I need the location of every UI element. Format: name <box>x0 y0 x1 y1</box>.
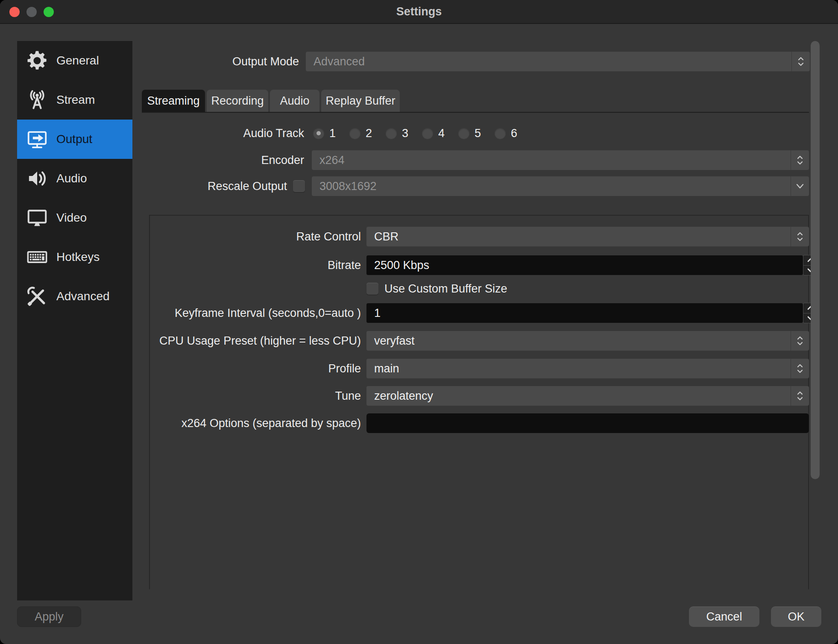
bitrate-input[interactable]: 2500 Kbps <box>366 255 803 275</box>
rate-control-select[interactable]: CBR <box>366 227 809 246</box>
profile-value: main <box>366 362 791 375</box>
settings-window: Settings General Stream <box>0 0 838 644</box>
x264-options-input[interactable] <box>366 413 809 433</box>
keyboard-icon <box>24 246 50 269</box>
tab-streaming[interactable]: Streaming <box>142 90 205 112</box>
broadcast-antenna-icon <box>24 88 50 111</box>
stepper-arrows-icon <box>791 150 809 170</box>
radio-label: 2 <box>366 127 372 140</box>
sidebar-label-general: General <box>56 54 99 67</box>
sidebar-item-advanced[interactable]: Advanced <box>17 277 132 316</box>
custom-buffer-checkbox[interactable] <box>366 283 378 295</box>
audio-track-option-2[interactable]: 2 <box>349 127 386 140</box>
cpu-preset-label: CPU Usage Preset (higher = less CPU) <box>154 331 361 351</box>
sidebar-label-stream: Stream <box>56 93 95 107</box>
keyframe-interval-input[interactable]: 1 <box>366 303 803 323</box>
stepper-arrows-icon <box>791 331 809 351</box>
encoder-value: x264 <box>312 154 791 167</box>
keyframe-interval-value: 1 <box>366 307 381 320</box>
monitor-arrow-icon <box>24 128 50 151</box>
vertical-scrollbar[interactable] <box>811 41 820 479</box>
radio[interactable] <box>422 128 433 139</box>
profile-select[interactable]: main <box>366 359 809 378</box>
bitrate-label: Bitrate <box>154 255 361 275</box>
x264-options-label: x264 Options (separated by space) <box>141 413 361 433</box>
chevron-down-icon <box>791 176 809 196</box>
audio-track-label: Audio Track <box>141 123 304 143</box>
sidebar-item-video[interactable]: Video <box>17 198 132 237</box>
radio-label: 4 <box>438 127 445 140</box>
tab-audio[interactable]: Audio <box>270 90 319 112</box>
stepper-arrows-icon <box>791 386 809 406</box>
sidebar-item-output[interactable]: Output <box>17 120 132 159</box>
rate-control-label: Rate Control <box>154 227 361 246</box>
sidebar-label-output: Output <box>56 132 92 146</box>
radio[interactable] <box>458 128 469 139</box>
audio-track-option-4[interactable]: 4 <box>422 127 458 140</box>
audio-track-radios: 1 2 3 4 5 6 <box>313 123 531 143</box>
audio-track-option-5[interactable]: 5 <box>458 127 495 140</box>
sidebar-item-audio[interactable]: Audio <box>17 159 132 198</box>
speaker-icon <box>24 167 50 190</box>
radio-label: 6 <box>511 127 517 140</box>
tabbar-underline <box>142 112 809 113</box>
radio-label: 1 <box>329 127 336 140</box>
tune-select[interactable]: zerolatency <box>366 386 809 406</box>
apply-button[interactable]: Apply <box>17 606 81 627</box>
audio-track-option-1[interactable]: 1 <box>313 127 349 140</box>
output-mode-label: Output Mode <box>141 52 299 71</box>
output-mode-value: Advanced <box>306 55 791 68</box>
output-mode-select[interactable]: Advanced <box>306 52 810 71</box>
tune-value: zerolatency <box>366 389 791 403</box>
radio[interactable] <box>349 128 360 139</box>
cpu-preset-select[interactable]: veryfast <box>366 331 809 351</box>
stepper-arrows-icon <box>791 359 809 378</box>
radio-selected[interactable] <box>313 128 324 139</box>
sidebar-item-hotkeys[interactable]: Hotkeys <box>17 237 132 277</box>
rate-control-value: CBR <box>366 230 791 243</box>
window-title: Settings <box>0 0 838 24</box>
sidebar-label-video: Video <box>56 211 87 225</box>
tab-replay-buffer[interactable]: Replay Buffer <box>321 90 400 112</box>
custom-buffer-label: Use Custom Buffer Size <box>384 279 641 299</box>
sidebar-item-stream[interactable]: Stream <box>17 80 132 120</box>
tools-icon <box>24 285 50 308</box>
cancel-button[interactable]: Cancel <box>689 606 759 627</box>
monitor-icon <box>24 206 50 229</box>
tab-recording[interactable]: Recording <box>207 90 268 112</box>
audio-track-option-6[interactable]: 6 <box>495 127 531 140</box>
cpu-preset-value: veryfast <box>366 334 791 348</box>
stepper-arrows-icon <box>791 52 810 71</box>
encoder-select[interactable]: x264 <box>312 150 809 170</box>
rescale-output-checkbox[interactable] <box>293 180 305 192</box>
profile-label: Profile <box>154 359 361 378</box>
sidebar-label-audio: Audio <box>56 172 87 185</box>
sidebar-label-advanced: Advanced <box>56 290 110 303</box>
encoder-label: Encoder <box>141 150 304 170</box>
rescale-output-combobox[interactable]: 3008x1692 <box>312 176 809 196</box>
radio-label: 3 <box>402 127 408 140</box>
sidebar-item-general[interactable]: General <box>17 41 132 80</box>
titlebar: Settings <box>0 0 838 24</box>
stepper-arrows-icon <box>791 227 809 246</box>
bitrate-value: 2500 Kbps <box>366 259 429 272</box>
radio[interactable] <box>386 128 397 139</box>
rescale-output-label: Rescale Output <box>141 176 287 196</box>
ok-button[interactable]: OK <box>771 606 821 627</box>
audio-track-option-3[interactable]: 3 <box>386 127 422 140</box>
settings-sidebar: General Stream Output <box>17 41 132 600</box>
radio[interactable] <box>495 128 506 139</box>
tune-label: Tune <box>154 386 361 406</box>
radio-label: 5 <box>475 127 481 140</box>
sidebar-label-hotkeys: Hotkeys <box>56 250 100 264</box>
gear-icon <box>24 49 50 72</box>
rescale-output-value: 3008x1692 <box>312 180 791 193</box>
keyframe-interval-label: Keyframe Interval (seconds,0=auto ) <box>154 303 361 323</box>
